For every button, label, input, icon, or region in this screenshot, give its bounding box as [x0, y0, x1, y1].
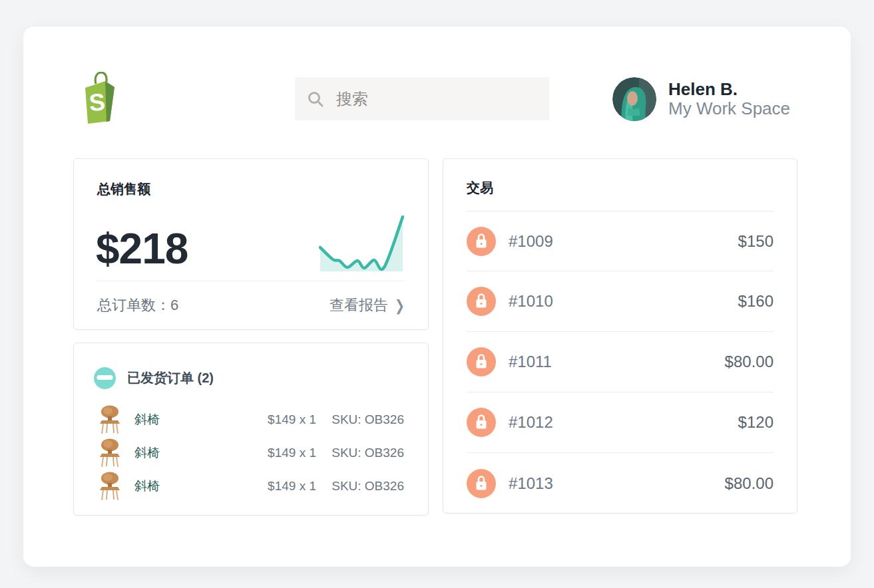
product-price: $149 x 1: [250, 412, 316, 427]
transaction-order-number: #1009: [509, 232, 553, 251]
sales-sparkline-chart: [319, 214, 404, 273]
transactions-list: #1009 $150 #1010 $160: [467, 211, 773, 514]
product-sku: SKU: OB326: [318, 446, 404, 460]
user-name: Helen B.: [668, 80, 790, 98]
product-name-link[interactable]: 斜椅: [134, 478, 250, 495]
lock-icon: [467, 347, 496, 376]
avatar[interactable]: [612, 77, 656, 121]
product-name-link[interactable]: 斜椅: [134, 444, 250, 462]
transaction-row[interactable]: #1011 $80.00: [467, 332, 773, 392]
product-name-link[interactable]: 斜椅: [134, 411, 250, 428]
shipped-order-row: 斜椅 $149 x 1 SKU: OB326: [97, 403, 404, 436]
shopify-logo-icon: S: [80, 72, 121, 125]
transaction-amount: $120: [738, 413, 773, 432]
product-sku: SKU: OB326: [318, 412, 404, 427]
total-sales-title: 总销售额: [97, 180, 150, 198]
transaction-row[interactable]: #1013 $80.00: [467, 453, 773, 514]
sales-footer: 总订单数：6 查看报告 ❯: [97, 281, 405, 329]
transaction-order-number: #1012: [509, 413, 553, 432]
search-input[interactable]: [336, 90, 529, 108]
chair-product-image: [97, 438, 122, 468]
shipped-order-row: 斜椅 $149 x 1 SKU: OB326: [97, 470, 404, 503]
shipped-order-row: 斜椅 $149 x 1 SKU: OB326: [97, 436, 404, 470]
transaction-order-number: #1011: [509, 353, 552, 371]
total-sales-amount: $218: [96, 224, 188, 273]
lock-icon: [467, 287, 496, 316]
total-orders-label: 总订单数：6: [97, 295, 178, 315]
product-price: $149 x 1: [250, 479, 316, 494]
shipped-orders-title: 已发货订单 (2): [127, 369, 214, 387]
svg-text:S: S: [89, 88, 107, 116]
user-info: Helen B. My Work Space: [668, 80, 790, 118]
chair-product-image: [97, 405, 122, 434]
shipped-orders-header: 已发货订单 (2): [94, 367, 214, 389]
product-price: $149 x 1: [250, 446, 316, 460]
view-report-label: 查看报告: [329, 295, 388, 315]
chevron-right-icon: ❯: [395, 296, 405, 315]
transaction-order-number: #1010: [509, 292, 553, 311]
lock-icon: [467, 469, 496, 498]
shipped-orders-card: 已发货订单 (2) 斜椅 $149 x 1 SKU: OB326: [73, 343, 429, 515]
transaction-amount: $80.00: [725, 353, 773, 371]
main-window: S Helen B. My Work Spac: [23, 27, 851, 567]
transaction-order-number: #1013: [509, 474, 553, 493]
user-workspace: My Work Space: [668, 100, 790, 118]
transaction-row[interactable]: #1010 $160: [467, 271, 773, 332]
lock-icon: [467, 408, 496, 437]
transaction-row[interactable]: #1012 $120: [467, 392, 773, 453]
transaction-row[interactable]: #1009 $150: [467, 211, 773, 271]
transaction-amount: $160: [738, 292, 773, 311]
transactions-card: 交易 #1009 $150 #1010: [443, 158, 797, 514]
shipped-orders-list: 斜椅 $149 x 1 SKU: OB326 斜椅 $149 x 1 SKU:: [97, 403, 404, 503]
search-icon: [307, 90, 324, 108]
lock-icon: [467, 227, 496, 256]
transactions-title: 交易: [467, 179, 493, 197]
shipped-status-icon: [94, 367, 116, 389]
view-report-link[interactable]: 查看报告 ❯: [329, 295, 405, 315]
product-sku: SKU: OB326: [318, 479, 404, 494]
chair-product-image: [97, 472, 122, 501]
total-sales-card: 总销售额 $218 总订单数：6 查看报告 ❯: [73, 158, 429, 330]
user-area: Helen B. My Work Space: [612, 77, 790, 121]
transaction-amount: $150: [738, 232, 773, 251]
search-box: [295, 77, 549, 120]
transaction-amount: $80.00: [725, 474, 773, 493]
